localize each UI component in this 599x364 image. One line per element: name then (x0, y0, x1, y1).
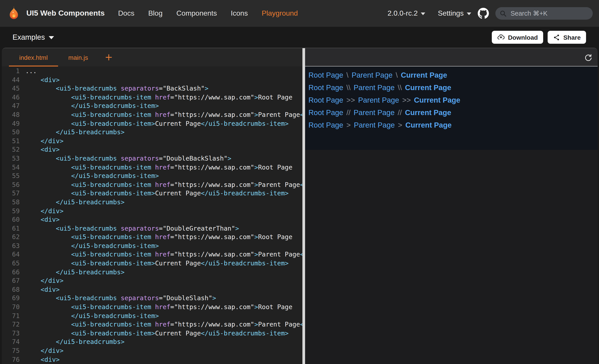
breadcrumb-separator: >> (399, 96, 414, 104)
settings-menu[interactable]: Settings (438, 9, 471, 17)
code-line: 50 </ui5-breadcrumbs> (2, 128, 302, 137)
line-number: 76 (2, 355, 20, 364)
line-number: 50 (2, 128, 20, 137)
code-line: 71 </ui5-breadcrumbs-item> (2, 312, 302, 320)
download-button[interactable]: Download (492, 31, 543, 44)
line-number: 55 (2, 172, 20, 180)
code-line: 47 </ui5-breadcrumbs-item> (2, 102, 302, 111)
chevron-down-icon (49, 36, 54, 39)
line-number: 61 (2, 224, 20, 233)
breadcrumb-link[interactable]: Parent Page (352, 71, 392, 79)
tab-main.js[interactable]: main.js (58, 48, 98, 67)
add-tab-button[interactable] (106, 48, 112, 67)
code-line: 56 <ui5-breadcrumbs-item href="https://w… (2, 180, 302, 189)
code-line: 76 <div> (2, 355, 302, 364)
line-number: 66 (2, 268, 20, 277)
breadcrumb-link[interactable]: Root Page (308, 108, 343, 117)
breadcrumb-current-page: Current Page (401, 71, 447, 79)
version-menu[interactable]: 2.0.0-rc.2 (388, 9, 425, 17)
line-number: 64 (2, 250, 20, 259)
code-text: </div> (20, 137, 63, 146)
settings-label: Settings (438, 9, 464, 17)
breadcrumb-link[interactable]: Root Page (308, 83, 343, 92)
refresh-button[interactable] (584, 53, 592, 61)
code-line: 45 <ui5-breadcrumbs separators="BackSlas… (2, 84, 302, 93)
code-line: 1... (2, 67, 302, 76)
breadcrumb-link[interactable]: Parent Page (353, 108, 394, 117)
tab-index.html[interactable]: index.html (9, 48, 58, 67)
line-number: 1 (2, 67, 20, 76)
code-line: 68 <div> (2, 286, 302, 294)
code-line: 46 <ui5-breadcrumbs-item href="https://w… (2, 93, 302, 102)
breadcrumb-separator: > (395, 121, 405, 129)
breadcrumb-separator: \\ (395, 83, 405, 92)
breadcrumb-row: Root Page>>Parent Page>>Current Page (308, 94, 598, 106)
playground-main: index.htmlmain.js 1...44 <div>45 <ui5-br… (2, 48, 598, 364)
line-number: 54 (2, 163, 20, 172)
breadcrumb-link[interactable]: Root Page (308, 96, 343, 104)
pane-resize-handle[interactable] (302, 48, 305, 364)
line-number: 49 (2, 119, 20, 128)
code-line: 63 </ui5-breadcrumbs-item> (2, 242, 302, 250)
nav-link-blog[interactable]: Blog (148, 9, 163, 17)
code-text: <ui5-breadcrumbs-item href="https://www.… (20, 111, 302, 119)
code-text: <ui5-breadcrumbs separators="BackSlash"> (20, 84, 208, 93)
share-icon (553, 34, 560, 41)
preview-background (305, 150, 598, 364)
chevron-down-icon (467, 12, 471, 15)
breadcrumb-separator: >> (343, 96, 358, 104)
code-text: <div> (20, 146, 60, 154)
line-number: 51 (2, 137, 20, 146)
share-label: Share (563, 34, 581, 41)
line-number: 52 (2, 146, 20, 154)
breadcrumb-link[interactable]: Parent Page (353, 83, 394, 92)
examples-menu[interactable]: Examples (12, 33, 54, 42)
code-text: <div> (20, 355, 60, 364)
code-line: 62 <ui5-breadcrumbs-item href="https://w… (2, 233, 302, 242)
line-number: 72 (2, 320, 20, 329)
code-editor-pane: index.htmlmain.js 1...44 <div>45 <ui5-br… (2, 48, 302, 364)
code-text: <ui5-breadcrumbs-item href="https://www.… (20, 163, 292, 172)
github-icon[interactable] (477, 8, 489, 19)
line-number: 62 (2, 233, 20, 242)
code-text: <div> (20, 215, 60, 224)
breadcrumb-link[interactable]: Root Page (308, 71, 343, 79)
line-number: 65 (2, 259, 20, 268)
code-editor[interactable]: 1...44 <div>45 <ui5-breadcrumbs separato… (2, 67, 302, 364)
search-icon (500, 10, 507, 17)
code-text: </div> (20, 207, 63, 215)
code-text: <ui5-breadcrumbs-item>Current Page</ui5-… (20, 329, 289, 338)
code-line: 75 </div> (2, 347, 302, 355)
nav-link-components[interactable]: Components (176, 9, 217, 17)
breadcrumb-link[interactable]: Parent Page (358, 96, 399, 104)
search-input[interactable] (510, 9, 588, 17)
code-line: 55 </ui5-breadcrumbs-item> (2, 172, 302, 180)
examples-label: Examples (12, 33, 45, 42)
line-number: 70 (2, 303, 20, 312)
line-number: 74 (2, 338, 20, 347)
line-number: 46 (2, 93, 20, 102)
breadcrumb-separator: // (395, 108, 405, 117)
nav-link-icons[interactable]: Icons (231, 9, 248, 17)
share-button[interactable]: Share (548, 31, 586, 44)
breadcrumb-link[interactable]: Parent Page (354, 121, 395, 129)
code-line: 60 <div> (2, 215, 302, 224)
code-text: </div> (20, 347, 63, 355)
line-number: 71 (2, 312, 20, 320)
breadcrumb-current-page: Current Page (405, 83, 451, 92)
breadcrumb-link[interactable]: Root Page (308, 121, 343, 129)
code-line: 67 </div> (2, 277, 302, 286)
toolbar-actions: Download Share (492, 31, 586, 44)
code-text: </ui5-breadcrumbs> (20, 268, 125, 277)
breadcrumb-row: Root Page//Parent Page//Current Page (308, 106, 598, 119)
code-line: 73 <ui5-breadcrumbs-item>Current Page</u… (2, 329, 302, 338)
preview-viewport: Root Page\Parent Page\Current PageRoot P… (305, 67, 598, 150)
code-text: <ui5-breadcrumbs-item href="https://www.… (20, 320, 302, 329)
nav-link-docs[interactable]: Docs (118, 9, 134, 17)
breadcrumb-current-page: Current Page (414, 96, 460, 104)
nav-link-playground[interactable]: Playground (262, 9, 298, 17)
search-box[interactable] (495, 7, 593, 20)
line-number: 69 (2, 294, 20, 303)
code-text: </div> (20, 277, 63, 286)
code-text: </ui5-breadcrumbs-item> (20, 242, 159, 250)
